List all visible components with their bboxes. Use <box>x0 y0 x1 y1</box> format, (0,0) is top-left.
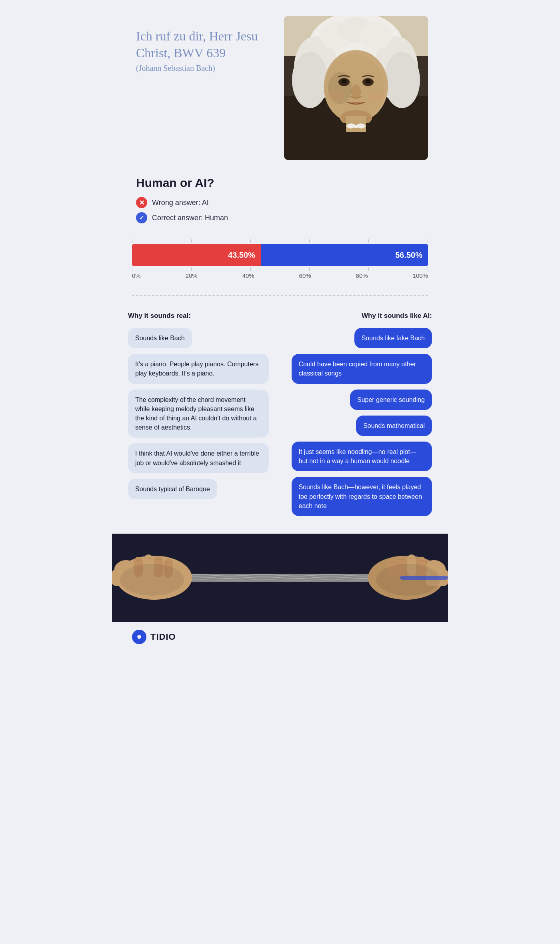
tug-of-war-section <box>112 534 448 622</box>
chat-columns: Why it sounds real: Sounds like Bach It'… <box>128 312 432 522</box>
axis-40: 40% <box>242 272 254 279</box>
wrong-icon: ✕ <box>136 197 147 208</box>
ai-column-title: Why it sounds like AI: <box>284 312 432 320</box>
real-bubble-1: It's a piano. People play pianos. Comput… <box>128 354 269 384</box>
page-wrapper: Ich ruf zu dir, Herr Jesu Christ, BWV 63… <box>112 0 448 652</box>
chart-section: 43.50% 56.50% 0% 20% 40% 60% <box>112 235 448 283</box>
ai-bubble-3: Sounds mathematical <box>356 416 432 436</box>
axis-0: 0% <box>132 272 141 279</box>
tick-b4 <box>368 267 369 271</box>
svg-point-23 <box>328 72 352 104</box>
real-bubble-4: Sounds typical of Baroque <box>128 479 217 499</box>
tidio-logo <box>132 630 146 644</box>
header-section: Ich ruf zu dir, Herr Jesu Christ, BWV 63… <box>112 0 448 172</box>
tick-b1 <box>191 267 192 271</box>
real-bubble-0: Sounds like Bach <box>128 328 192 348</box>
ai-bubble-0: Sounds like fake Bach <box>354 328 432 348</box>
composer-name: (Johann Sebastian Bach) <box>136 64 276 73</box>
axis-20: 20% <box>186 272 198 279</box>
ai-bubble-5: Sounds like Bach—however, it feels playe… <box>292 477 432 516</box>
tidio-logo-svg <box>135 633 144 641</box>
title-area: Ich ruf zu dir, Herr Jesu Christ, BWV 63… <box>136 16 276 73</box>
portrait-container <box>284 16 428 160</box>
ai-column-bubbles: Sounds like fake Bach Could have been co… <box>284 328 432 522</box>
tick-b5 <box>428 267 428 271</box>
ai-bubble-1: Could have been copied from many other c… <box>292 354 432 384</box>
axis-80: 80% <box>356 272 368 279</box>
tick-4 <box>368 239 369 243</box>
wrong-answer-row: ✕ Wrong answer: AI <box>136 197 424 208</box>
song-title: Ich ruf zu dir, Herr Jesu Christ, BWV 63… <box>136 28 276 61</box>
human-ai-title: Human or AI? <box>136 176 424 190</box>
real-bubble-3: I think that AI would've done either a t… <box>128 443 269 473</box>
bar-red: 43.50% <box>132 244 261 266</box>
tick-0 <box>132 239 132 243</box>
blue-bar-label: 56.50% <box>395 251 422 260</box>
correct-answer-label: Correct answer: Human <box>152 214 228 222</box>
human-ai-section: Human or AI? ✕ Wrong answer: AI ✓ Correc… <box>112 172 448 235</box>
real-column-title: Why it sounds real: <box>128 312 276 320</box>
tick-5 <box>428 239 428 243</box>
ai-bubble-2: Super generic sounding <box>350 390 432 410</box>
tidio-brand-label: TIDIO <box>150 632 176 642</box>
svg-point-33 <box>120 564 184 596</box>
bar-blue: 56.50% <box>261 244 428 266</box>
red-bar-label: 43.50% <box>228 251 255 260</box>
axis-100: 100% <box>413 272 428 279</box>
svg-point-20 <box>368 90 384 102</box>
tick-2 <box>250 239 251 243</box>
bar-wrapper: 43.50% 56.50% <box>132 244 428 266</box>
wrong-answer-label: Wrong answer: AI <box>152 199 209 207</box>
chat-section: Why it sounds real: Sounds like Bach It'… <box>112 308 448 534</box>
svg-point-6 <box>292 52 328 108</box>
tick-3 <box>309 239 310 243</box>
tick-b2 <box>250 267 251 271</box>
correct-icon: ✓ <box>136 212 147 223</box>
real-bubble-2: The complexity of the chord movement whi… <box>128 390 269 438</box>
svg-rect-42 <box>400 576 448 580</box>
svg-point-11 <box>360 22 392 50</box>
tick-marks-bottom <box>132 266 428 271</box>
section-divider <box>132 295 428 296</box>
real-column: Why it sounds real: Sounds like Bach It'… <box>128 312 276 522</box>
svg-point-8 <box>384 52 420 108</box>
tick-marks-top <box>132 239 428 244</box>
tick-b3 <box>309 267 310 271</box>
axis-60: 60% <box>299 272 311 279</box>
footer: TIDIO <box>112 622 448 652</box>
real-column-bubbles: Sounds like Bach It's a piano. People pl… <box>128 328 276 505</box>
ai-column: Why it sounds like AI: Sounds like fake … <box>284 312 432 522</box>
bach-portrait <box>284 16 428 160</box>
svg-point-17 <box>366 79 370 83</box>
ai-bubble-4: It just seems like noodling—no real plot… <box>292 442 432 471</box>
bar-container: 43.50% 56.50% 0% 20% 40% 60% <box>132 239 428 279</box>
tug-of-war-svg <box>112 534 448 622</box>
tick-b0 <box>132 267 132 271</box>
correct-answer-row: ✓ Correct answer: Human <box>136 212 424 223</box>
axis-labels: 0% 20% 40% 60% 80% 100% <box>132 271 428 279</box>
tick-1 <box>191 239 192 243</box>
